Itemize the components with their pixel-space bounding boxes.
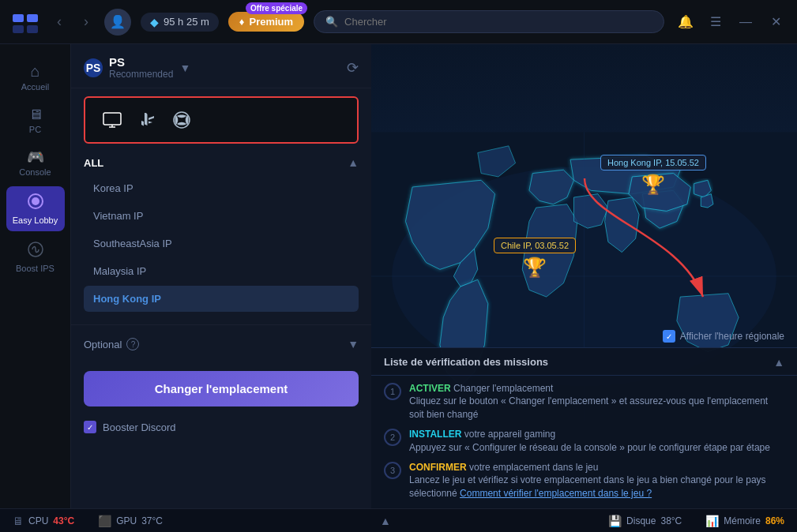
region-item-southeast-asia[interactable]: SoutheastAsia IP bbox=[84, 230, 359, 257]
gpu-status: ⬛ GPU 37°C bbox=[98, 515, 163, 527]
close-button[interactable]: ✕ bbox=[764, 10, 788, 34]
home-icon: ⌂ bbox=[30, 63, 39, 79]
mission-main-1: Changer l'emplacement bbox=[451, 383, 554, 394]
panel-platform-info: PS Recommended bbox=[109, 55, 173, 80]
mission-detail-1: Cliquez sur le bouton « Changer l'emplac… bbox=[409, 395, 768, 420]
region-item-korea[interactable]: Korea IP bbox=[84, 175, 359, 201]
topbar: ‹ › 👤 ◆ 95 h 25 m ♦ Premium Offre spécia… bbox=[0, 0, 797, 44]
left-panel: PS PS Recommended ▼ ⟳ bbox=[71, 44, 371, 508]
boost-icon bbox=[27, 241, 44, 260]
mission-detail-2: Appuyez sur « Configurer le réseau de la… bbox=[409, 442, 770, 453]
back-arrow[interactable]: ‹ bbox=[51, 10, 68, 33]
mission-number-2: 2 bbox=[384, 429, 401, 446]
search-bar: 🔍 bbox=[314, 10, 664, 33]
premium-button[interactable]: ♦ Premium Offre spéciale bbox=[228, 12, 304, 32]
change-location-button[interactable]: Changer l'emplacement bbox=[84, 371, 359, 406]
avatar[interactable]: 👤 bbox=[104, 9, 131, 36]
ps-logo: PS bbox=[84, 58, 103, 77]
hong-kong-label: Hong Kong IP, 15.05.52 bbox=[600, 155, 706, 170]
console-icon: 🎮 bbox=[27, 150, 44, 164]
sidebar-label-easy-lobby: Easy Lobby bbox=[13, 215, 58, 225]
xp-time: 95 h 25 m bbox=[164, 16, 209, 28]
memory-label: Mémoire bbox=[724, 515, 761, 526]
xp-display: ◆ 95 h 25 m bbox=[141, 13, 219, 32]
mission-panel-title: Liste de vérification des missions bbox=[384, 356, 548, 368]
search-input[interactable] bbox=[344, 16, 652, 28]
panel-title: PS bbox=[109, 55, 173, 69]
disk-status: 💾 Disque 38°C bbox=[608, 515, 682, 527]
optional-section: Optional ? ▼ bbox=[71, 324, 371, 363]
scroll-up-button[interactable]: ▲ bbox=[380, 515, 391, 527]
cpu-label: CPU bbox=[28, 515, 48, 526]
search-icon: 🔍 bbox=[325, 16, 338, 28]
sidebar: ⌂ Accueil 🖥 PC 🎮 Console Easy Lobby bbox=[0, 44, 71, 508]
mission-action-1: ACTIVER bbox=[409, 383, 451, 394]
platform-tab-desktop[interactable] bbox=[98, 106, 126, 134]
premium-label: Premium bbox=[249, 16, 293, 28]
svg-rect-0 bbox=[13, 14, 24, 22]
chile-label: Chile IP, 03.05.52 bbox=[494, 238, 576, 253]
sidebar-item-console[interactable]: 🎮 Console bbox=[6, 144, 65, 183]
mission-main-3: votre emplacement dans le jeu bbox=[467, 462, 599, 473]
mission-panel: Liste de vérification des missions ▲ 1 A… bbox=[371, 347, 797, 508]
filter-all-label: ALL bbox=[84, 157, 103, 169]
status-bar-center: ▲ bbox=[186, 515, 585, 527]
optional-text: Optional bbox=[84, 339, 122, 350]
cpu-status: 🖥 CPU 43°C bbox=[13, 515, 74, 527]
mission-item-3: 3 CONFIRMER votre emplacement dans le je… bbox=[384, 461, 784, 500]
pc-icon: 🖥 bbox=[28, 107, 43, 122]
booster-checkbox[interactable]: ✓ bbox=[84, 421, 96, 433]
hong-kong-trophy-icon: 🏆 bbox=[641, 174, 665, 196]
regional-time-label: Afficher l'heure régionale bbox=[680, 331, 784, 342]
region-item-vietnam[interactable]: Vietnam IP bbox=[84, 203, 359, 229]
mission-text-3: CONFIRMER votre emplacement dans le jeu … bbox=[409, 461, 784, 500]
mission-collapse-button[interactable]: ▲ bbox=[773, 356, 784, 369]
mission-item-2: 2 INSTALLER votre appareil gaming Appuye… bbox=[384, 428, 784, 455]
filter-header: ALL ▲ bbox=[84, 150, 359, 175]
gpu-label: GPU bbox=[116, 515, 137, 526]
optional-header[interactable]: Optional ? ▼ bbox=[84, 332, 359, 357]
gpu-temp: 37°C bbox=[141, 515, 163, 526]
sidebar-item-easy-lobby[interactable]: Easy Lobby bbox=[6, 186, 65, 231]
panel-refresh-button[interactable]: ⟳ bbox=[347, 59, 359, 77]
mission-text-2: INSTALLER votre appareil gaming Appuyez … bbox=[409, 428, 770, 455]
svg-rect-7 bbox=[103, 113, 121, 125]
region-item-malaysia[interactable]: Malaysia IP bbox=[84, 258, 359, 284]
svg-rect-2 bbox=[13, 25, 24, 33]
filter-chevron-icon[interactable]: ▲ bbox=[348, 156, 359, 169]
forward-arrow[interactable]: › bbox=[77, 10, 95, 33]
app-logo bbox=[9, 6, 41, 38]
topbar-icons: 🔔 ☰ — ✕ bbox=[674, 10, 788, 34]
gpu-icon: ⬛ bbox=[98, 515, 111, 527]
diamond-icon: ◆ bbox=[150, 16, 159, 28]
sidebar-item-accueil[interactable]: ⌂ Accueil bbox=[6, 57, 65, 98]
region-item-hong-kong[interactable]: Hong Kong IP bbox=[84, 286, 359, 312]
cpu-icon: 🖥 bbox=[13, 515, 24, 527]
platform-tab-xbox[interactable] bbox=[167, 106, 196, 134]
svg-rect-3 bbox=[27, 25, 38, 33]
platform-tabs bbox=[84, 96, 359, 144]
mission-number-3: 3 bbox=[384, 462, 401, 479]
booster-discord-label: Booster Discord bbox=[103, 421, 175, 433]
discord-booster: ✓ Booster Discord bbox=[71, 414, 371, 443]
platform-tab-playstation[interactable] bbox=[133, 106, 161, 134]
regional-time-checkbox[interactable]: ✓ bbox=[663, 330, 675, 343]
status-bar: 🖥 CPU 43°C ⬛ GPU 37°C ▲ 💾 Disque 38°C 📊 … bbox=[0, 508, 797, 532]
mission-link-3[interactable]: Comment vérifier l'emplacement dans le j… bbox=[460, 488, 652, 499]
filter-section: ALL ▲ Korea IP Vietnam IP SoutheastAsia … bbox=[71, 144, 371, 324]
sidebar-item-boost-ips[interactable]: Boost IPS bbox=[6, 234, 65, 279]
optional-help-icon[interactable]: ? bbox=[126, 338, 139, 350]
menu-button[interactable]: ☰ bbox=[704, 10, 727, 34]
disk-label: Disque bbox=[626, 515, 656, 526]
sidebar-label-boost-ips: Boost IPS bbox=[16, 264, 55, 273]
memory-pct: 86% bbox=[765, 515, 784, 526]
mission-text-1: ACTIVER Changer l'emplacement Cliquez su… bbox=[409, 382, 784, 421]
region-list: Korea IP Vietnam IP SoutheastAsia IP Mal… bbox=[84, 175, 359, 318]
sidebar-item-pc[interactable]: 🖥 PC bbox=[6, 101, 65, 140]
disk-icon: 💾 bbox=[608, 515, 622, 527]
panel-chevron-icon[interactable]: ▼ bbox=[179, 62, 190, 74]
svg-point-5 bbox=[32, 197, 39, 205]
main-layout: ⌂ Accueil 🖥 PC 🎮 Console Easy Lobby bbox=[0, 44, 797, 508]
notification-button[interactable]: 🔔 bbox=[674, 10, 697, 34]
minimize-button[interactable]: — bbox=[734, 10, 758, 34]
